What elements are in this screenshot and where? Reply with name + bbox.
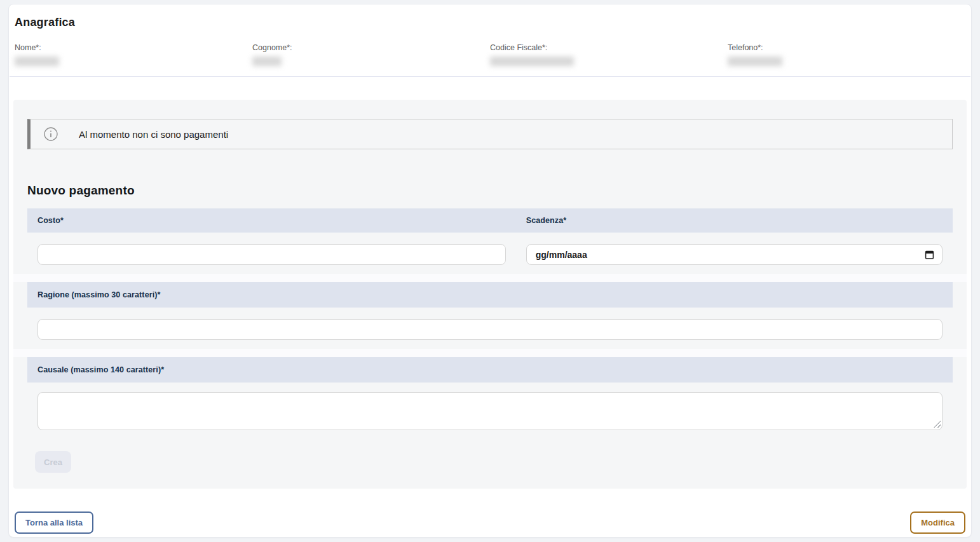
causale-input-cell: [27, 383, 953, 440]
costo-label: Costo*: [37, 216, 64, 225]
costo-scadenza-input-row: gg/mm/aaaa: [27, 233, 953, 274]
codice-fiscale-value-redacted: [490, 57, 574, 66]
telefono-value-redacted: [728, 57, 782, 66]
costo-band: Costo*: [27, 208, 516, 233]
row-gap: [13, 349, 967, 357]
field-telefono: Telefono*:: [728, 43, 965, 66]
scadenza-date-placeholder: gg/mm/aaaa: [536, 250, 587, 260]
field-codice-fiscale: Codice Fiscale*:: [490, 43, 728, 66]
modifica-button[interactable]: Modifica: [910, 512, 965, 534]
back-to-list-button[interactable]: Torna alla lista: [15, 512, 93, 534]
causale-band: Causale (massimo 140 caratteri)*: [27, 357, 953, 383]
main-card: Anagrafica Nome*: Cognome*: Codice Fisca…: [8, 4, 972, 538]
ragione-label: Ragione (massimo 30 caratteri)*: [37, 290, 160, 299]
anagrafica-fields-row: Nome*: Cognome*: Codice Fiscale*: Telefo…: [15, 43, 965, 66]
no-payments-alert: Al momento non ci sono pagamenti: [27, 119, 953, 149]
cognome-value-redacted: [252, 57, 282, 66]
anagrafica-section: Anagrafica Nome*: Cognome*: Codice Fisca…: [9, 4, 971, 66]
causale-label: Causale (massimo 140 caratteri)*: [37, 365, 164, 374]
info-icon: [43, 126, 58, 142]
ragione-band: Ragione (massimo 30 caratteri)*: [27, 282, 953, 308]
telefono-label: Telefono*:: [728, 43, 965, 52]
scadenza-input-cell: gg/mm/aaaa: [516, 233, 953, 274]
costo-scadenza-band-row: Costo* Scadenza*: [27, 208, 953, 233]
causale-textarea[interactable]: [37, 392, 943, 430]
costo-input[interactable]: [37, 244, 506, 265]
new-payment-title: Nuovo pagamento: [27, 184, 953, 198]
section-divider: [10, 76, 970, 77]
cognome-label: Cognome*:: [252, 43, 490, 52]
anagrafica-title: Anagrafica: [15, 16, 965, 29]
nome-label: Nome*:: [15, 43, 252, 52]
ragione-input[interactable]: [37, 319, 943, 340]
scadenza-band: Scadenza*: [516, 208, 953, 233]
crea-button[interactable]: Crea: [35, 451, 71, 473]
ragione-input-cell: [27, 308, 953, 349]
scadenza-date-input[interactable]: gg/mm/aaaa: [526, 244, 943, 265]
scadenza-label: Scadenza*: [526, 216, 566, 225]
footer-actions: Torna alla lista Modifica: [15, 512, 965, 534]
nome-value-redacted: [15, 57, 59, 66]
field-nome: Nome*:: [15, 43, 252, 66]
new-payment-form: Costo* Scadenza* gg/mm/aaaa: [27, 208, 953, 473]
row-gap: [13, 274, 967, 282]
payments-panel: Al momento non ci sono pagamenti Nuovo p…: [13, 100, 967, 489]
no-payments-alert-text: Al momento non ci sono pagamenti: [79, 129, 228, 140]
costo-input-cell: [27, 233, 516, 274]
codice-fiscale-label: Codice Fiscale*:: [490, 43, 728, 52]
calendar-icon[interactable]: [925, 250, 934, 260]
field-cognome: Cognome*:: [252, 43, 490, 66]
